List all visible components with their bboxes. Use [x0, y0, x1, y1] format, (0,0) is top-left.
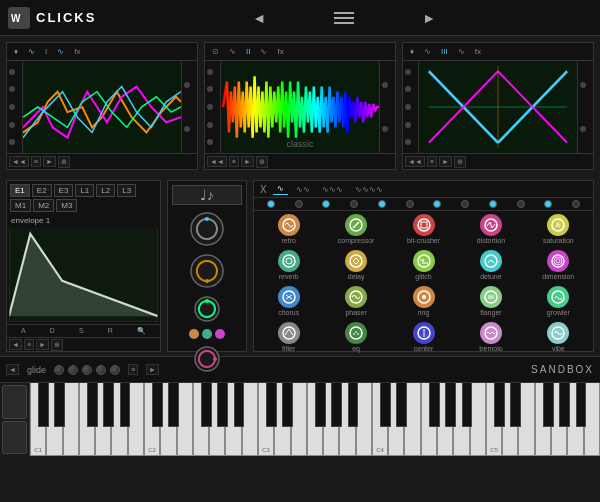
fx-flanger[interactable]: flanger: [480, 286, 502, 316]
osc3-tab-wave[interactable]: ∿: [421, 46, 434, 57]
black-key-oct0-pos0.5[interactable]: [38, 383, 49, 427]
fx-center[interactable]: center: [413, 322, 435, 352]
fx-saturation[interactable]: saturation: [543, 214, 574, 244]
black-key-oct3-pos1.5[interactable]: [396, 383, 407, 427]
env-ctrl-s[interactable]: S: [79, 327, 84, 335]
fx-tab-2[interactable]: ∿∿: [292, 184, 314, 195]
black-key-oct2-pos1.5[interactable]: [282, 383, 293, 427]
osc3-tab-fx[interactable]: fx: [472, 46, 484, 57]
fx-toggle-4[interactable]: [350, 200, 358, 208]
fx-toggle-12[interactable]: [572, 200, 580, 208]
osc1-tab-1[interactable]: I: [42, 46, 50, 57]
osc3-tab-wave2[interactable]: ∿: [455, 46, 468, 57]
osc2-tab-wave[interactable]: ∿: [226, 46, 239, 57]
osc1-tab-icon[interactable]: ♦: [11, 46, 21, 57]
black-key-oct4-pos0.5[interactable]: [494, 383, 505, 427]
osc3-tab-3[interactable]: III: [438, 46, 451, 57]
env-tab-e2[interactable]: E2: [32, 184, 52, 197]
fx-toggle-5[interactable]: [378, 200, 386, 208]
env-tab-m3[interactable]: M3: [56, 199, 77, 212]
fx-toggle-10[interactable]: [517, 200, 525, 208]
black-key-oct2-pos4.5[interactable]: [331, 383, 342, 427]
black-key-oct2-pos3.5[interactable]: [315, 383, 326, 427]
fx-bit-crusher[interactable]: bit-crusher: [407, 214, 440, 244]
fx-toggle-3[interactable]: [322, 200, 330, 208]
black-key-oct1-pos4.5[interactable]: [217, 383, 228, 427]
osc1-tab-wave2[interactable]: ∿: [54, 46, 67, 57]
arp-spiral-1[interactable]: [189, 211, 225, 247]
fx-compressor[interactable]: compressor: [338, 214, 375, 244]
osc2-tab-icon[interactable]: ⊙: [209, 46, 222, 57]
fx-tab-4[interactable]: ∿∿∿∿: [351, 184, 387, 195]
osc3-tab-icon[interactable]: ♦: [407, 46, 417, 57]
env-ctrl-d[interactable]: D: [50, 327, 55, 335]
osc3-btn-3[interactable]: ►: [439, 156, 452, 167]
env-btn-4[interactable]: ⊕: [51, 339, 63, 351]
osc3-btn-1[interactable]: ◄◄: [405, 156, 425, 167]
mod-wheel[interactable]: [2, 421, 27, 455]
env-tab-m2[interactable]: M2: [33, 199, 54, 212]
env-tab-l1[interactable]: L1: [75, 184, 94, 197]
fx-detune[interactable]: detune: [480, 250, 502, 280]
glide-knob-2[interactable]: [68, 365, 78, 375]
black-key-oct3-pos3.5[interactable]: [429, 383, 440, 427]
osc1-btn-1[interactable]: ◄◄: [9, 156, 29, 167]
black-key-oct0-pos4.5[interactable]: [103, 383, 114, 427]
osc1-tab-wave[interactable]: ∿: [25, 46, 38, 57]
black-key-oct1-pos1.5[interactable]: [168, 383, 179, 427]
fx-dimension[interactable]: dimension: [542, 250, 574, 280]
black-key-oct4-pos1.5[interactable]: [510, 383, 521, 427]
bottom-next[interactable]: ►: [146, 364, 159, 375]
fx-filter[interactable]: filter: [278, 322, 300, 352]
fx-delay[interactable]: delay: [345, 250, 367, 280]
fx-chorus[interactable]: chorus: [278, 286, 300, 316]
bottom-menu[interactable]: ≡: [128, 364, 138, 375]
menu-button[interactable]: [334, 12, 354, 24]
fx-toggle-6[interactable]: [406, 200, 414, 208]
env-ctrl-zoom[interactable]: 🔍: [137, 327, 146, 335]
black-key-oct1-pos0.5[interactable]: [152, 383, 163, 427]
osc2-btn-1[interactable]: ◄◄: [207, 156, 227, 167]
black-key-oct3-pos5.5[interactable]: [462, 383, 473, 427]
fx-growler[interactable]: growler: [547, 286, 570, 316]
env-btn-1[interactable]: ◄: [9, 339, 22, 350]
fx-tab-3[interactable]: ∿∿∿: [318, 184, 347, 195]
env-tab-l3[interactable]: L3: [117, 184, 136, 197]
black-key-oct3-pos0.5[interactable]: [380, 383, 391, 427]
arp-spiral-3[interactable]: [193, 295, 221, 323]
glide-knob-5[interactable]: [110, 365, 120, 375]
black-key-oct1-pos5.5[interactable]: [234, 383, 245, 427]
fx-toggle-1[interactable]: [267, 200, 275, 208]
env-btn-2[interactable]: ≡: [24, 339, 34, 350]
black-key-oct4-pos5.5[interactable]: [576, 383, 587, 427]
osc2-btn-4[interactable]: ⊕: [256, 156, 268, 168]
fx-toggle-9[interactable]: [489, 200, 497, 208]
black-key-oct2-pos5.5[interactable]: [348, 383, 359, 427]
black-key-oct3-pos4.5[interactable]: [445, 383, 456, 427]
black-key-oct2-pos0.5[interactable]: [266, 383, 277, 427]
fx-toggle-11[interactable]: [544, 200, 552, 208]
fx-reverb[interactable]: reverb: [278, 250, 300, 280]
osc1-btn-4[interactable]: ⊕: [58, 156, 70, 168]
fx-distortion[interactable]: distortion: [477, 214, 505, 244]
fx-glitch[interactable]: glitch: [413, 250, 435, 280]
fx-vibe[interactable]: vibe: [547, 322, 569, 352]
osc2-btn-2[interactable]: ≡: [229, 156, 239, 167]
osc2-tab-fx[interactable]: fx: [274, 46, 286, 57]
fx-toggle-7[interactable]: [433, 200, 441, 208]
fx-retro[interactable]: retro: [278, 214, 300, 244]
prev-arrow[interactable]: ◄: [244, 8, 274, 28]
osc1-tab-fx[interactable]: fx: [71, 46, 83, 57]
piano-keyboard[interactable]: C1 C2 C3: [0, 383, 600, 456]
black-key-oct1-pos3.5[interactable]: [201, 383, 212, 427]
env-btn-3[interactable]: ►: [36, 339, 49, 350]
osc1-btn-3[interactable]: ►: [43, 156, 56, 167]
fx-close-button[interactable]: X: [258, 184, 269, 195]
osc3-btn-2[interactable]: ≡: [427, 156, 437, 167]
fx-tremolo[interactable]: tremolo: [479, 322, 502, 352]
osc2-btn-3[interactable]: ►: [241, 156, 254, 167]
pitch-wheel[interactable]: [2, 385, 27, 419]
osc3-btn-4[interactable]: ⊕: [454, 156, 466, 168]
black-key-oct0-pos5.5[interactable]: [120, 383, 131, 427]
black-key-oct4-pos4.5[interactable]: [559, 383, 570, 427]
